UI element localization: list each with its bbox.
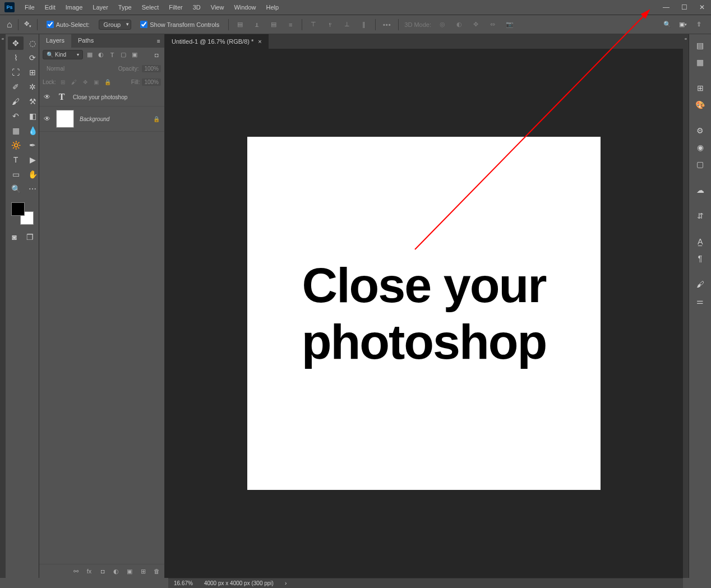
add-mask-icon[interactable]: ◘ xyxy=(98,567,107,576)
document-dimensions[interactable]: 4000 px x 4000 px (300 ppi) xyxy=(204,580,274,586)
auto-select-checkbox[interactable] xyxy=(47,21,54,28)
menu-help[interactable]: Help xyxy=(262,2,284,13)
filter-toggle-icon[interactable]: ◘ xyxy=(152,50,161,59)
minimize-button[interactable]: — xyxy=(657,2,675,13)
quick-mask-icon[interactable]: ◙ xyxy=(8,230,21,244)
menu-window[interactable]: Window xyxy=(229,2,260,13)
blend-mode-dropdown[interactable]: Normal xyxy=(43,64,115,73)
collapse-handle-right[interactable]: « xyxy=(683,34,689,578)
lock-pixels-icon[interactable]: 🖌 xyxy=(70,77,79,86)
eyedropper-tool[interactable]: ✐ xyxy=(8,80,24,94)
rectangle-tool[interactable]: ▭ xyxy=(8,168,24,181)
share-icon[interactable]: ⇧ xyxy=(693,19,704,30)
link-layers-icon[interactable]: ⚯ xyxy=(71,567,80,576)
frame-tool[interactable]: ⊞ xyxy=(25,66,40,79)
close-tab-icon[interactable]: × xyxy=(258,38,261,45)
quick-select-tool[interactable]: ⟳ xyxy=(25,51,40,64)
path-select-tool[interactable]: ▶ xyxy=(25,153,40,166)
color-swatches[interactable] xyxy=(11,202,34,225)
crop-tool[interactable]: ⛶ xyxy=(8,66,24,79)
menu-type[interactable]: Type xyxy=(114,2,136,13)
foreground-color-swatch[interactable] xyxy=(11,202,25,216)
show-transform-option[interactable]: Show Transform Controls xyxy=(137,20,223,29)
circle-panel-icon[interactable]: ◉ xyxy=(694,141,707,154)
lasso-tool[interactable]: ⌇ xyxy=(8,51,24,64)
clone-stamp-tool[interactable]: ⚒ xyxy=(25,95,40,108)
align-left-icon[interactable]: ▤ xyxy=(234,19,246,30)
zoom-level[interactable]: 16.67% xyxy=(174,580,193,586)
move-tool-icon[interactable]: ✥▾ xyxy=(24,20,31,29)
lock-all-icon[interactable]: 🔒 xyxy=(103,77,112,86)
filter-adjustment-icon[interactable]: ◐ xyxy=(96,50,105,59)
menu-file[interactable]: File xyxy=(20,2,39,13)
layer-row[interactable]: 👁 T Close your photoshop xyxy=(39,88,164,107)
canvas[interactable]: Close your photoshop xyxy=(247,137,601,490)
distribute-icon[interactable]: ‖ xyxy=(358,19,370,30)
new-group-icon[interactable]: ▣ xyxy=(125,567,134,576)
visibility-toggle-icon[interactable]: 👁 xyxy=(44,93,50,101)
new-adjustment-icon[interactable]: ◐ xyxy=(112,567,121,576)
align-top-icon[interactable]: ⊤ xyxy=(308,19,319,30)
align-stretch-icon[interactable]: ≡ xyxy=(285,19,296,30)
align-center-v-icon[interactable]: ⫯ xyxy=(325,19,336,30)
lock-icon[interactable]: 🔒 xyxy=(153,116,160,122)
menu-image[interactable]: Image xyxy=(61,2,87,13)
search-icon[interactable]: 🔍 xyxy=(662,19,673,30)
align-right-icon[interactable]: ▤ xyxy=(268,19,279,30)
layer-fx-icon[interactable]: fx xyxy=(85,567,94,576)
dodge-tool[interactable]: 🔆 xyxy=(8,138,24,152)
adjustments-panel-icon[interactable]: 🎨 xyxy=(694,98,707,112)
collapse-handle-left[interactable]: « xyxy=(0,34,6,578)
menu-layer[interactable]: Layer xyxy=(88,2,113,13)
tab-layers[interactable]: Layers xyxy=(39,34,71,48)
tab-paths[interactable]: Paths xyxy=(71,34,100,48)
libraries-panel-icon[interactable]: ▢ xyxy=(694,158,707,171)
layer-row[interactable]: 👁 Background 🔒 xyxy=(39,107,164,132)
spot-heal-tool[interactable]: ✲ xyxy=(25,80,40,94)
maximize-button[interactable]: ☐ xyxy=(675,2,693,13)
menu-3d[interactable]: 3D xyxy=(188,2,205,13)
lock-artboard-icon[interactable]: ▣ xyxy=(92,77,101,86)
options-panel-icon[interactable]: ⚌ xyxy=(694,294,707,308)
hand-tool[interactable]: ✋ xyxy=(25,168,40,181)
filter-pixel-icon[interactable]: ▦ xyxy=(85,50,94,59)
screen-mode-icon[interactable]: ❐ xyxy=(24,230,37,244)
opacity-value[interactable]: 100% xyxy=(142,65,161,72)
visibility-toggle-icon[interactable]: 👁 xyxy=(44,115,50,123)
swatches-panel-icon[interactable]: ▦ xyxy=(694,55,707,69)
lock-transparent-icon[interactable]: ⊞ xyxy=(58,77,67,86)
lock-position-icon[interactable]: ✥ xyxy=(81,77,90,86)
marquee-tool[interactable]: ◌ xyxy=(25,36,40,50)
filter-type-icon[interactable]: T xyxy=(108,50,117,59)
glyphs-panel-icon[interactable]: ⇵ xyxy=(694,209,707,223)
text-tool[interactable]: T xyxy=(8,153,24,166)
align-center-h-icon[interactable]: ⫫ xyxy=(251,19,262,30)
menu-filter[interactable]: Filter xyxy=(164,2,187,13)
sliders-panel-icon[interactable]: ⚙ xyxy=(694,124,707,137)
home-icon[interactable]: ⌂ xyxy=(7,20,12,30)
brush-tool[interactable]: 🖌 xyxy=(8,95,24,108)
character-panel-icon[interactable]: A̲ xyxy=(694,235,707,248)
layer-filter-dropdown[interactable]: 🔍 Kind ▾ xyxy=(43,50,83,59)
new-layer-icon[interactable]: ⊞ xyxy=(138,567,147,576)
properties-panel-icon[interactable]: ⊞ xyxy=(694,81,707,95)
color-panel-icon[interactable]: ▤ xyxy=(694,39,707,52)
blur-tool[interactable]: 💧 xyxy=(25,124,40,137)
layer-name[interactable]: Background xyxy=(80,116,147,122)
menu-edit[interactable]: Edit xyxy=(40,2,60,13)
more-options-icon[interactable]: ••• xyxy=(381,19,393,30)
paragraph-panel-icon[interactable]: ¶ xyxy=(694,252,707,265)
canvas-viewport[interactable]: Close your photoshop xyxy=(165,49,683,578)
close-button[interactable]: ✕ xyxy=(693,2,711,13)
history-brush-tool[interactable]: ↶ xyxy=(8,109,24,123)
status-more-icon[interactable]: › xyxy=(285,580,287,586)
edit-toolbar[interactable]: ⋯ xyxy=(25,182,40,196)
workspace-icon[interactable]: ▣▾ xyxy=(677,19,689,30)
fill-value[interactable]: 100% xyxy=(142,78,161,86)
gradient-tool[interactable]: ▦ xyxy=(8,124,24,137)
menu-view[interactable]: View xyxy=(206,2,229,13)
filter-smart-icon[interactable]: ▣ xyxy=(130,50,139,59)
zoom-tool[interactable]: 🔍 xyxy=(8,182,24,196)
brush-settings-panel-icon[interactable]: 🖌 xyxy=(694,277,707,291)
align-bottom-icon[interactable]: ⊥ xyxy=(341,19,353,30)
